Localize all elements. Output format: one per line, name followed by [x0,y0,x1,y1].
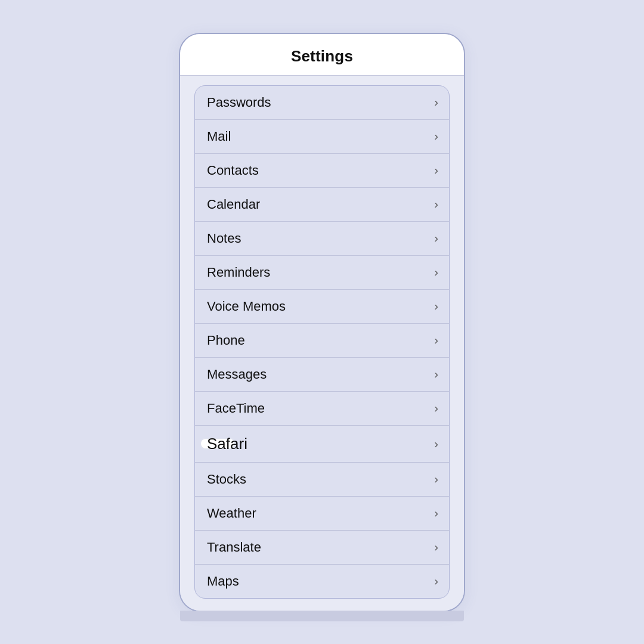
settings-item-label: Weather [207,506,256,521]
settings-list-wrapper: Passwords›Mail›Contacts›Calendar›Notes›R… [180,76,464,611]
chevron-right-icon: › [434,401,438,415]
settings-item-passwords[interactable]: Passwords› [195,86,449,120]
settings-item-label: Reminders [207,265,270,280]
phone-frame: Settings Passwords›Mail›Contacts›Calenda… [179,33,465,612]
chevron-right-icon: › [434,163,438,177]
settings-item-contacts[interactable]: Contacts› [195,154,449,188]
settings-item-label: Passwords [207,95,271,110]
settings-list: Passwords›Mail›Contacts›Calendar›Notes›R… [194,85,450,599]
chevron-right-icon: › [434,95,438,109]
bottom-bar [180,611,464,621]
settings-item-label: Messages [207,367,267,382]
settings-item-label: Notes [207,231,241,246]
settings-item-label: Stocks [207,472,246,487]
settings-header: Settings [180,34,464,76]
page-title: Settings [291,47,353,65]
chevron-right-icon: › [434,333,438,347]
settings-item-maps[interactable]: Maps› [195,565,449,598]
chevron-right-icon: › [434,299,438,313]
chevron-right-icon: › [434,540,438,554]
settings-item-phone[interactable]: Phone› [195,324,449,358]
settings-item-weather[interactable]: Weather› [195,497,449,531]
settings-item-label: Maps [207,574,239,589]
settings-item-translate[interactable]: Translate› [195,531,449,565]
settings-item-label: Safari [207,435,247,453]
settings-item-reminders[interactable]: Reminders› [195,256,449,290]
settings-item-notes[interactable]: Notes› [195,222,449,256]
settings-item-label: Voice Memos [207,299,286,314]
chevron-right-icon: › [434,197,438,211]
settings-item-calendar[interactable]: Calendar› [195,188,449,222]
chevron-right-icon: › [434,265,438,279]
chevron-right-icon: › [434,472,438,486]
chevron-right-icon: › [434,437,438,451]
settings-item-label: Calendar [207,197,260,212]
chevron-right-icon: › [434,574,438,588]
settings-item-label: FaceTime [207,401,265,416]
settings-item-label: Phone [207,333,245,348]
settings-item-safari[interactable]: Safari› [195,426,449,463]
settings-item-facetime[interactable]: FaceTime› [195,392,449,426]
chevron-right-icon: › [434,231,438,245]
settings-item-stocks[interactable]: Stocks› [195,463,449,497]
chevron-right-icon: › [434,129,438,143]
settings-item-label: Mail [207,129,231,144]
settings-item-label: Translate [207,540,261,555]
settings-item-mail[interactable]: Mail› [195,120,449,154]
chevron-right-icon: › [434,506,438,520]
chevron-right-icon: › [434,367,438,381]
settings-item-messages[interactable]: Messages› [195,358,449,392]
settings-item-label: Contacts [207,163,259,178]
settings-item-voice-memos[interactable]: Voice Memos› [195,290,449,324]
